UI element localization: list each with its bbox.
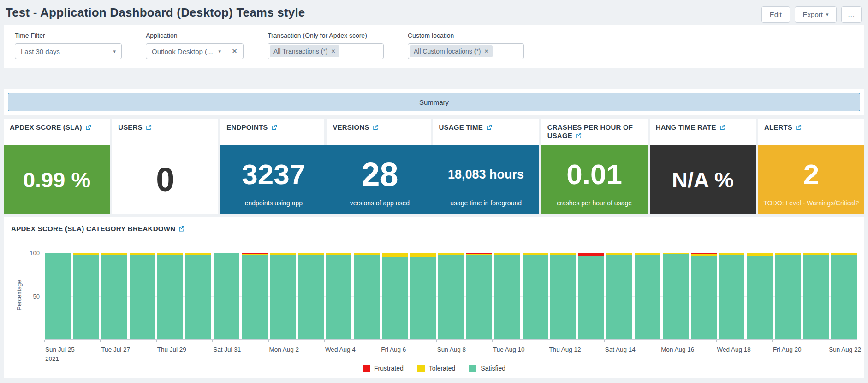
bar-segment-tolerated[interactable] — [747, 253, 773, 256]
bar-segment-satisfied[interactable] — [663, 254, 689, 339]
bar-mon-aug-9[interactable] — [466, 253, 492, 339]
bar-sat-aug-7[interactable] — [410, 253, 436, 339]
bar-segment-satisfied[interactable] — [494, 255, 520, 339]
bar-segment-satisfied[interactable] — [803, 255, 829, 339]
external-link-icon[interactable] — [145, 124, 152, 132]
x-tick-slot: Sun Aug 22 — [829, 340, 857, 364]
bar-fri-aug-20[interactable] — [775, 253, 801, 339]
bar-fri-aug-13[interactable] — [578, 253, 604, 339]
edit-button[interactable]: Edit — [761, 6, 790, 23]
bar-segment-tolerated[interactable] — [382, 253, 408, 257]
x-tick-label: Thu Aug 12 — [549, 345, 581, 354]
legend-item-tolerated[interactable]: Tolerated — [417, 365, 456, 372]
custom-location-filter-input[interactable]: All Custom locations (*) ✕ — [408, 43, 524, 59]
bar-segment-satisfied[interactable] — [747, 256, 773, 339]
kpi-card-value: 0.01 — [566, 160, 622, 189]
bar-segment-satisfied[interactable] — [185, 255, 211, 339]
legend-label: Satisfied — [481, 365, 505, 372]
x-tick-slot — [577, 340, 605, 364]
bar-sat-aug-21[interactable] — [803, 253, 829, 339]
bar-mon-aug-16[interactable] — [663, 253, 689, 339]
bar-segment-satisfied[interactable] — [635, 255, 660, 339]
export-button[interactable]: Export ▾ — [795, 6, 837, 23]
custom-location-token-remove-icon[interactable]: ✕ — [484, 48, 489, 54]
bar-sat-jul-31[interactable] — [214, 253, 239, 339]
bar-segment-satisfied[interactable] — [242, 255, 268, 339]
bar-thu-aug-12[interactable] — [550, 253, 576, 339]
bar-segment-satisfied[interactable] — [354, 255, 380, 339]
more-button[interactable]: ... — [841, 6, 862, 23]
bar-tue-aug-10[interactable] — [494, 253, 520, 339]
bar-wed-aug-11[interactable] — [523, 253, 548, 339]
apdex-breakdown-title: APDEX SCORE (SLA) CATEGORY BREAKDOWN — [11, 225, 857, 233]
bar-segment-satisfied[interactable] — [438, 255, 464, 339]
bar-sun-jul-25[interactable] — [45, 253, 71, 339]
external-link-icon[interactable] — [795, 124, 802, 132]
bar-sun-aug-8[interactable] — [438, 253, 464, 339]
external-link-icon[interactable] — [486, 124, 492, 132]
kpi-card-title: VERSIONS — [327, 119, 430, 145]
external-link-icon[interactable] — [575, 132, 582, 141]
external-link-icon[interactable] — [178, 226, 184, 233]
bar-segment-satisfied[interactable] — [578, 256, 604, 339]
summary-tab-button[interactable]: Summary — [8, 93, 860, 111]
bar-fri-aug-6[interactable] — [382, 253, 408, 339]
application-filter-clear-button[interactable]: ✕ — [226, 44, 243, 59]
application-filter-dropdown[interactable]: Outlook Desktop (... ▾ ✕ — [146, 43, 244, 59]
bar-mon-jul-26[interactable] — [73, 253, 99, 339]
legend-label: Frustrated — [374, 365, 404, 372]
transaction-token-remove-icon[interactable]: ✕ — [331, 48, 335, 54]
bar-segment-satisfied[interactable] — [691, 256, 717, 339]
kpi-card-hang-time-rate: HANG TIME RATEN/A % — [650, 119, 756, 214]
legend-item-satisfied[interactable]: Satisfied — [469, 365, 505, 372]
bar-segment-satisfied[interactable] — [130, 255, 155, 339]
bar-segment-satisfied[interactable] — [831, 255, 857, 339]
external-link-icon[interactable] — [719, 124, 725, 132]
bar-segment-satisfied[interactable] — [101, 255, 127, 339]
bar-sun-aug-22[interactable] — [831, 253, 857, 339]
x-tick-slot: Fri Aug 6 — [381, 340, 409, 364]
external-link-icon[interactable] — [271, 124, 277, 132]
bar-thu-aug-19[interactable] — [747, 253, 773, 339]
bar-segment-satisfied[interactable] — [157, 255, 183, 339]
bar-segment-satisfied[interactable] — [606, 255, 632, 339]
bar-segment-tolerated[interactable] — [410, 253, 436, 257]
bar-wed-aug-18[interactable] — [719, 253, 745, 339]
bar-wed-jul-28[interactable] — [130, 253, 155, 339]
bar-segment-satisfied[interactable] — [298, 255, 324, 339]
time-filter-dropdown[interactable]: Last 30 days ▾ — [15, 43, 122, 59]
bar-segment-satisfied[interactable] — [214, 253, 239, 339]
bar-sat-aug-14[interactable] — [606, 253, 632, 339]
x-tick-slot — [353, 340, 381, 364]
bar-wed-aug-4[interactable] — [326, 253, 352, 339]
bar-thu-aug-5[interactable] — [354, 253, 380, 339]
application-filter-main[interactable]: Outlook Desktop (... ▾ — [146, 48, 226, 55]
bar-tue-jul-27[interactable] — [101, 253, 127, 339]
custom-location-filter-label: Custom location — [408, 32, 524, 39]
bar-segment-satisfied[interactable] — [73, 255, 99, 339]
legend-item-frustrated[interactable]: Frustrated — [363, 365, 404, 372]
bar-segment-satisfied[interactable] — [45, 253, 71, 339]
bar-segment-satisfied[interactable] — [382, 257, 408, 339]
bar-thu-jul-29[interactable] — [157, 253, 183, 339]
bar-segment-satisfied[interactable] — [410, 257, 436, 339]
external-link-icon[interactable] — [85, 124, 91, 132]
bar-sun-aug-1[interactable] — [242, 253, 268, 339]
bar-segment-satisfied[interactable] — [775, 255, 801, 339]
bar-tue-aug-17[interactable] — [691, 253, 717, 339]
transaction-filter-input[interactable]: All Transactions (*) ✕ — [268, 43, 384, 59]
bar-segment-satisfied[interactable] — [719, 255, 745, 339]
bar-segment-satisfied[interactable] — [270, 255, 296, 339]
x-tick-label: Thu Jul 29 — [157, 345, 186, 354]
external-link-icon[interactable] — [372, 124, 379, 132]
bar-segment-satisfied[interactable] — [550, 255, 576, 339]
bar-sun-aug-15[interactable] — [635, 253, 660, 339]
bar-fri-jul-30[interactable] — [185, 253, 211, 339]
bar-mon-aug-2[interactable] — [270, 253, 296, 339]
bar-segment-satisfied[interactable] — [326, 255, 352, 339]
filter-panel: Time Filter Last 30 days ▾ Application O… — [4, 25, 864, 68]
bar-segment-satisfied[interactable] — [466, 255, 492, 339]
topbar: Test - Application Dashboard (Desktop) T… — [0, 0, 868, 25]
bar-segment-satisfied[interactable] — [523, 255, 548, 339]
bar-tue-aug-3[interactable] — [298, 253, 324, 339]
